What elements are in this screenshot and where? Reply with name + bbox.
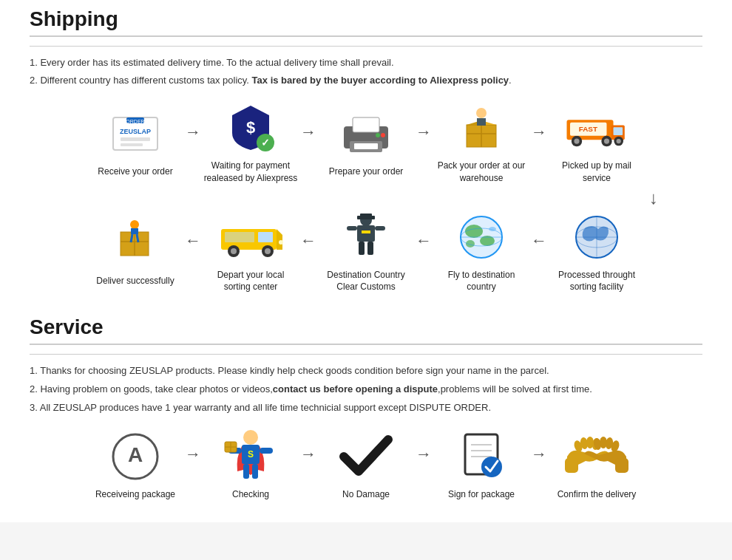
sign-doc-icon: [448, 431, 515, 482]
flow-item-waiting-payment: $ ✓ Waiting for payment realeased by Ali…: [203, 102, 299, 185]
flow-item-confirm-delivery: Confirm the delivery: [549, 431, 645, 501]
svg-text:FAST: FAST: [579, 125, 597, 133]
customs-label: Destination Country Clear Customs: [318, 269, 414, 294]
sorting-icon: [563, 211, 630, 263]
flow-item-depart-sorting: Depart your local sorting center: [203, 211, 299, 294]
svg-rect-82: [252, 464, 258, 479]
order-icon: ZEUSLAP ORDER: [102, 108, 169, 160]
flow-item-receiving-package: A Receiveing package: [87, 431, 183, 501]
depart-sorting-label: Depart your local sorting center: [203, 269, 299, 294]
flow-item-fly-country: Fly to destination country: [433, 211, 529, 294]
svg-point-73: [243, 430, 258, 445]
service-divider: [30, 354, 702, 355]
service-arrow-3: →: [416, 445, 432, 464]
svg-rect-37: [131, 228, 138, 234]
flow-item-receive-order: ZEUSLAP ORDER Receive your order: [87, 108, 183, 178]
shipping-row-1: ZEUSLAP ORDER Receive your order →: [30, 102, 702, 185]
svg-rect-21: [477, 118, 486, 126]
svg-point-47: [265, 248, 271, 254]
service-arrow-4: →: [531, 445, 547, 464]
pack-order-label: Pack your order at our warehouse: [433, 160, 529, 185]
service-title: Service: [30, 315, 702, 345]
arrow-2: →: [300, 123, 316, 142]
arrow-5: ←: [185, 231, 201, 250]
svg-rect-51: [360, 214, 372, 216]
svg-point-87: [481, 457, 502, 477]
checking-label: Checking: [232, 488, 269, 501]
receive-order-label: Receive your order: [98, 165, 172, 178]
service-arrow-1: →: [185, 445, 201, 464]
fly-country-label: Fly to destination country: [433, 269, 529, 294]
svg-point-60: [465, 225, 483, 238]
receiving-package-label: Receiveing package: [95, 488, 175, 501]
svg-point-28: [604, 138, 609, 143]
svg-rect-56: [359, 242, 365, 255]
shipping-note-2: 2. Different country has different custo…: [30, 73, 702, 88]
waiting-payment-label: Waiting for payment realeased by Aliexpr…: [203, 160, 299, 185]
svg-point-14: [381, 133, 385, 137]
svg-rect-43: [225, 232, 254, 242]
svg-point-13: [376, 133, 380, 137]
warehouse-icon: [448, 102, 515, 154]
flow-item-pack-order: Pack your order at our warehouse: [433, 102, 529, 185]
flow-item-pickup-mail: FAST Picked up by mail service: [549, 102, 645, 185]
svg-rect-24: [614, 127, 623, 135]
svg-text:ZEUSLAP: ZEUSLAP: [120, 128, 151, 135]
svg-point-20: [476, 108, 487, 118]
arrow-1: →: [185, 123, 201, 142]
flow-item-deliver: Deliver successfully: [87, 217, 183, 287]
printer-icon: [333, 108, 399, 160]
service-note-3: 3. All ZEUSLAP produces have 1 year warr…: [30, 400, 702, 416]
deliver-icon: [102, 217, 169, 269]
prepare-order-label: Prepare your order: [329, 165, 404, 178]
shipping-divider: [30, 46, 702, 47]
customs-icon: [333, 211, 399, 263]
flow-item-checking: S Checking: [203, 431, 299, 501]
svg-rect-80: [260, 448, 273, 454]
svg-text:A: A: [128, 443, 143, 466]
flow-item-sign-package: Sign for package: [433, 431, 529, 501]
svg-line-38: [131, 234, 132, 242]
svg-text:ORDER: ORDER: [126, 119, 144, 124]
svg-rect-2: [121, 137, 150, 141]
svg-rect-54: [347, 226, 357, 231]
arrow-down: ↓: [649, 188, 658, 208]
arrow-3: →: [416, 123, 432, 142]
truck-icon: FAST: [563, 102, 630, 154]
sorting-facility-label: Processed throught sorting facility: [549, 269, 645, 294]
flow-item-customs: Destination Country Clear Customs: [318, 211, 414, 294]
arrow-6: ←: [300, 231, 316, 250]
superhero-icon: S: [217, 431, 284, 482]
svg-text:✓: ✓: [261, 137, 270, 148]
svg-text:S: S: [248, 449, 254, 460]
page: Shipping 1. Every order has its estimate…: [0, 0, 732, 522]
svg-rect-97: [615, 458, 628, 473]
flow-item-sorting-facility: Processed throught sorting facility: [549, 211, 645, 294]
payment-icon: $ ✓: [217, 102, 284, 154]
svg-rect-42: [258, 232, 273, 242]
pickup-mail-label: Picked up by mail service: [549, 160, 645, 185]
svg-rect-96: [565, 458, 578, 473]
service-flow: A Receiveing package →: [30, 431, 702, 501]
flow-item-prepare-order: Prepare your order: [318, 108, 414, 178]
sign-package-label: Sign for package: [448, 488, 515, 501]
service-note-1: 1. Thanks for choosing ZEUSLAP products.…: [30, 363, 702, 379]
checkmark-icon: [333, 431, 399, 482]
service-note-2: 2. Having problem on goods, take clear p…: [30, 382, 702, 397]
arrow-4: →: [531, 123, 547, 142]
globe-icon: [448, 211, 515, 263]
svg-line-39: [137, 234, 138, 242]
arrow-7: ←: [416, 231, 432, 250]
svg-rect-10: [353, 117, 379, 132]
svg-rect-3: [121, 143, 143, 146]
van-icon: [217, 211, 284, 263]
arrow-8: ←: [531, 231, 547, 250]
shipping-note-1: 1. Every order has its estimated deliver…: [30, 55, 702, 70]
svg-rect-12: [354, 143, 378, 149]
svg-point-45: [231, 248, 237, 254]
svg-point-30: [617, 138, 621, 143]
svg-text:$: $: [246, 118, 255, 137]
svg-point-26: [574, 138, 579, 143]
svg-rect-81: [243, 464, 249, 479]
service-arrow-2: →: [300, 445, 316, 464]
